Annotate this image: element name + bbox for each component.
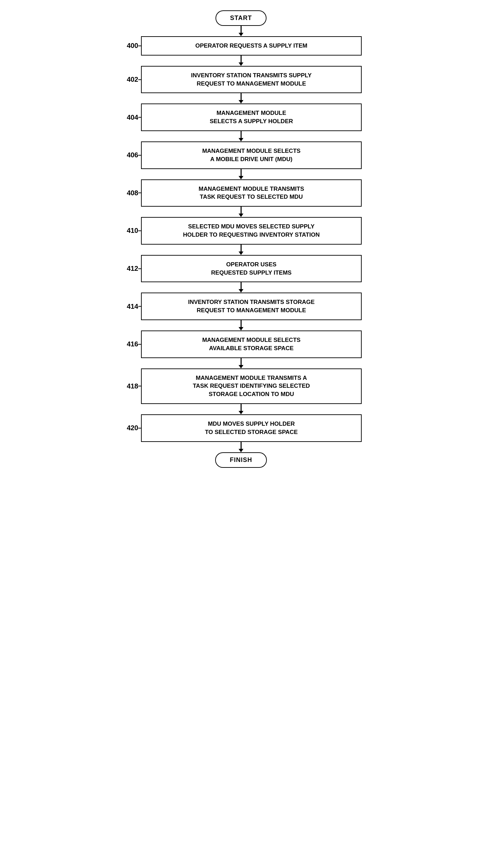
step-number-420: 420	[120, 424, 141, 432]
flowchart: START 400OPERATOR REQUESTS A SUPPLY ITEM…	[120, 10, 362, 468]
arrow-1	[120, 56, 362, 66]
step-row: 412OPERATOR USESREQUESTED SUPPLY ITEMS	[120, 255, 362, 283]
step-row: 408MANAGEMENT MODULE TRANSMITSTASK REQUE…	[120, 179, 362, 207]
step-row: 420MDU MOVES SUPPLY HOLDERTO SELECTED ST…	[120, 414, 362, 442]
step-box-410: SELECTED MDU MOVES SELECTED SUPPLYHOLDER…	[141, 217, 362, 245]
step-row: 418MANAGEMENT MODULE TRANSMITS ATASK REQ…	[120, 368, 362, 404]
finish-arrow	[120, 442, 362, 452]
step-box-400: OPERATOR REQUESTS A SUPPLY ITEM	[141, 36, 362, 56]
arrow-10	[120, 404, 362, 414]
step-row: 402INVENTORY STATION TRANSMITS SUPPLYREQ…	[120, 66, 362, 93]
step-number-412: 412	[120, 265, 141, 273]
start-terminal: START	[215, 10, 267, 26]
step-row: 404MANAGEMENT MODULESELECTS A SUPPLY HOL…	[120, 103, 362, 131]
step-number-402: 402	[120, 76, 141, 83]
finish-terminal: FINISH	[215, 452, 267, 468]
step-number-416: 416	[120, 340, 141, 348]
step-number-404: 404	[120, 114, 141, 121]
arrow-9	[120, 358, 362, 368]
step-number-406: 406	[120, 151, 141, 159]
step-row: 416MANAGEMENT MODULE SELECTSAVAILABLE ST…	[120, 331, 362, 358]
step-box-418: MANAGEMENT MODULE TRANSMITS ATASK REQUES…	[141, 368, 362, 404]
arrow-7	[120, 282, 362, 293]
step-box-412: OPERATOR USESREQUESTED SUPPLY ITEMS	[141, 255, 362, 283]
step-box-404: MANAGEMENT MODULESELECTS A SUPPLY HOLDER	[141, 103, 362, 131]
step-row: 410SELECTED MDU MOVES SELECTED SUPPLYHOL…	[120, 217, 362, 245]
step-number-418: 418	[120, 382, 141, 390]
arrow-8	[120, 320, 362, 331]
arrow-2	[120, 93, 362, 103]
step-box-414: INVENTORY STATION TRANSMITS STORAGEREQUE…	[141, 293, 362, 320]
step-row: 414INVENTORY STATION TRANSMITS STORAGERE…	[120, 293, 362, 320]
step-row: 400OPERATOR REQUESTS A SUPPLY ITEM	[120, 36, 362, 56]
step-box-406: MANAGEMENT MODULE SELECTSA MOBILE DRIVE …	[141, 141, 362, 169]
arrow-3	[120, 131, 362, 141]
arrow-0	[120, 26, 362, 36]
step-number-408: 408	[120, 189, 141, 197]
step-box-420: MDU MOVES SUPPLY HOLDERTO SELECTED STORA…	[141, 414, 362, 442]
step-box-408: MANAGEMENT MODULE TRANSMITSTASK REQUEST …	[141, 179, 362, 207]
step-row: 406MANAGEMENT MODULE SELECTSA MOBILE DRI…	[120, 141, 362, 169]
arrow-4	[120, 169, 362, 179]
step-box-402: INVENTORY STATION TRANSMITS SUPPLYREQUES…	[141, 66, 362, 93]
step-number-414: 414	[120, 303, 141, 310]
arrow-6	[120, 245, 362, 255]
step-number-410: 410	[120, 227, 141, 235]
step-number-400: 400	[120, 42, 141, 50]
arrow-5	[120, 207, 362, 217]
step-box-416: MANAGEMENT MODULE SELECTSAVAILABLE STORA…	[141, 331, 362, 358]
